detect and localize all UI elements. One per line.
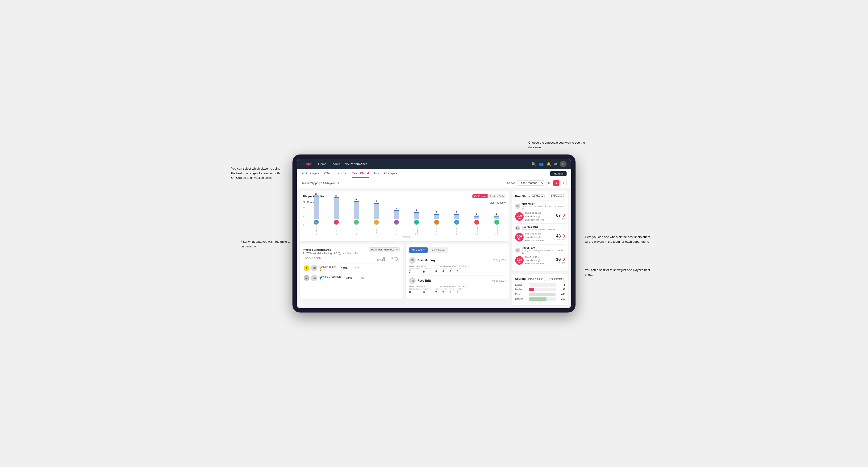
most-active-tab[interactable]: Most Active: [409, 247, 428, 253]
bar-avatar: B: [414, 220, 419, 225]
tab-hcaps[interactable]: Hcaps 1-5: [335, 169, 347, 178]
leaderboard-row-2: 2 EC Edward Crossman 🥈 2 18/20 107: [303, 273, 400, 283]
all-shots-filter[interactable]: All Shots ▾: [531, 194, 545, 198]
bar-avatar: M: [454, 220, 459, 225]
rees-name: Rees Britt: [417, 279, 492, 282]
plus-circle-icon[interactable]: ⊕: [554, 162, 557, 166]
annotation-top-right: Choose the timescale you wish to see the…: [528, 140, 590, 150]
search-icon[interactable]: 🔍: [531, 162, 536, 166]
nav-link-home[interactable]: Home: [318, 162, 327, 166]
add-team-button[interactable]: Add Team: [550, 171, 566, 176]
birdies-bar-container: [529, 288, 556, 291]
bar-group-l.-robertson: 2 R L. Robertson: [488, 213, 506, 235]
leaderboard-filter-select[interactable]: PUTT Must Make Putting ...: [369, 247, 400, 252]
eagles-count: 3: [558, 283, 565, 286]
david-shot-details: Shot Dist: 16 yds Start Lie: Rough End L…: [525, 255, 555, 266]
x-axis-label: Players: [403, 236, 410, 238]
bogeys-count: 315: [558, 298, 565, 300]
bar-group-r.-butler: 3 B R. Butler: [427, 211, 445, 235]
birdies-count: 96: [558, 288, 565, 291]
page-wrapper: Choose the timescale you wish to see the…: [292, 154, 576, 312]
user-avatar[interactable]: U: [560, 161, 566, 167]
least-active-tab[interactable]: Least Active: [428, 247, 447, 253]
scoring-birdies-row: Birdies 96: [515, 288, 565, 291]
nav-links: Home Teams My Performance: [318, 162, 531, 166]
bar-group-b.-britt: 12 B B. Britt: [327, 195, 345, 235]
bar: [414, 212, 419, 219]
bogeys-label: Bogeys: [515, 298, 527, 300]
bell-icon[interactable]: 🔔: [547, 162, 551, 166]
david-name: David Ford: [522, 247, 564, 249]
most-active-card: Most Active Least Active BM Blair McHarg…: [406, 244, 509, 299]
tablet-camera: [294, 233, 295, 234]
player-activity-card: Player Activity On Course Practice Drill…: [300, 191, 509, 241]
annotation-right-mid: Here you can see who's hit the best shot…: [585, 235, 651, 244]
list-view-icon[interactable]: ≡: [560, 180, 566, 186]
edit-team-icon[interactable]: ✎: [337, 181, 340, 185]
tab-pga[interactable]: PGA: [324, 169, 330, 178]
blair-shot-badge: 200 SG: [515, 233, 524, 242]
tab-all-players[interactable]: All Players: [384, 169, 397, 178]
bar-avatar: B: [434, 220, 439, 225]
tab-pgat-players[interactable]: PGAT Players: [302, 169, 319, 178]
nav-link-performance[interactable]: My Performance: [345, 162, 367, 166]
grid-view-icon[interactable]: ⊞: [546, 180, 552, 186]
practice-drills-toggle[interactable]: Practice Drills: [488, 194, 506, 198]
team-header: Team Clippd | 14 Players ✎ Show: Last 3 …: [297, 178, 571, 188]
player-avatar-butler: RB: [311, 265, 317, 272]
player-avatar-crossman: EC: [311, 275, 317, 281]
birdies-bar: [529, 288, 534, 291]
matt-avatar: MM: [515, 204, 520, 209]
nav-link-teams[interactable]: Teams: [331, 162, 340, 166]
annotation-left-bottom: Filter what data you wish the table to b…: [241, 239, 292, 249]
bar-avatar: R: [494, 220, 499, 225]
team-title: Team Clippd | 14 Players: [302, 181, 335, 185]
bar-avatar: E: [394, 220, 399, 225]
heart-view-icon[interactable]: ♥: [553, 180, 559, 186]
david-course: 24 Aug 2023 · Royal North Devon GC, Hole…: [522, 249, 564, 254]
bar: [474, 216, 479, 219]
bar-value: 2: [496, 213, 497, 215]
matt-name: Matt Miller: [522, 203, 564, 205]
sub-nav: PGAT Players PGA Hcaps 1-5 Team Clippd T…: [297, 169, 571, 178]
annotation-right-bottom: You can also filter to show just one pla…: [585, 268, 651, 277]
scoring-title: Scoring: [515, 277, 526, 280]
total-rounds-filter[interactable]: Total Rounds ▾: [489, 201, 506, 204]
tab-team-clippd[interactable]: Team Clippd: [352, 169, 369, 178]
nav-bar: clippd Home Teams My Performance 🔍 👥 🔔 ⊕…: [297, 159, 571, 169]
david-chevron-icon[interactable]: ›: [564, 249, 565, 252]
nav-logo: clippd: [302, 162, 312, 166]
leaderboard-title: Practice Leaderboards: [303, 248, 368, 251]
bar: [354, 201, 359, 219]
matt-chevron-icon[interactable]: ›: [564, 205, 565, 208]
show-timeframe-select[interactable]: Last 3 months Last 6 months Last 12 mont…: [517, 181, 545, 186]
tablet-frame: clippd Home Teams My Performance 🔍 👥 🔔 ⊕…: [292, 154, 576, 312]
pars-label: Pars: [515, 293, 527, 295]
bar-value: 2: [476, 213, 477, 215]
col-pb-score: PB SCORE: [373, 257, 385, 262]
practice-leaderboards-card: Practice Leaderboards PUTT Must Make Put…: [300, 244, 403, 299]
bar-value: 3: [456, 211, 457, 213]
bar-group-e.-crossman: 2 C E. Crossman: [467, 213, 486, 235]
view-icons: ⊞ ♥ ≡: [546, 180, 566, 186]
david-shot-badge: 198 SG: [515, 256, 524, 264]
on-course-toggle[interactable]: On Course: [472, 194, 488, 198]
users-icon[interactable]: 👥: [539, 162, 544, 166]
rank-badge-1: 1: [304, 266, 309, 271]
scoring-players-filter[interactable]: All Players ▾: [549, 277, 565, 281]
blair-date: 26 Aug 2023: [493, 259, 506, 262]
practice-leaderboards-header: Practice Leaderboards PUTT Must Make Put…: [303, 247, 400, 252]
bar: [434, 214, 439, 219]
matt-shot-badge: 200 SG: [515, 212, 524, 221]
blair-chevron-icon[interactable]: ›: [564, 226, 565, 230]
bar-group-j.-coles: 9 C J. Coles: [367, 200, 385, 235]
scoring-par-filter[interactable]: Par 3, 4 & 5s ▾: [527, 277, 545, 281]
right-panel: Best Shots All Shots ▾ All Players ▾: [512, 191, 568, 305]
pars-count: 499: [558, 293, 565, 295]
tab-tour[interactable]: Tour: [374, 169, 379, 178]
pb-score-crossman: 18/20: [341, 276, 352, 279]
pars-bar: [529, 293, 555, 296]
scoring-eagles-row: Eagles 3: [515, 283, 565, 286]
all-players-filter[interactable]: All Players ▾: [550, 194, 565, 198]
bar: [454, 214, 459, 219]
